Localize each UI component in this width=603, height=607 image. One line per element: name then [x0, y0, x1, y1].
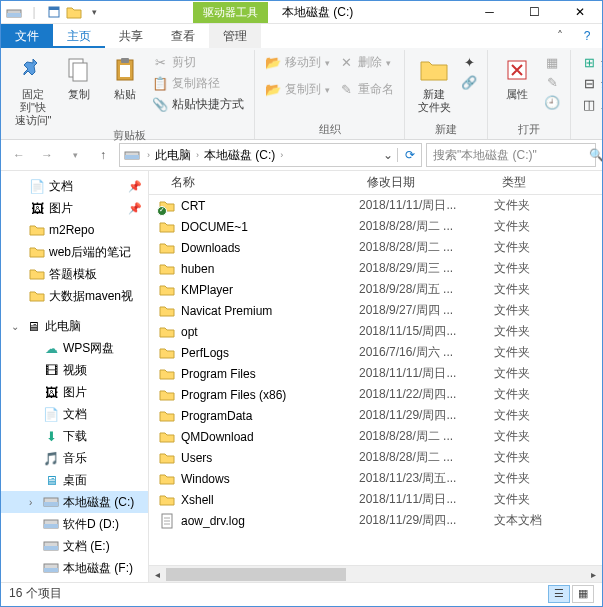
file-row[interactable]: CRT2018/11/11/周日...文件夹 [149, 195, 602, 216]
search-icon[interactable]: 🔍 [589, 148, 603, 162]
view-thumbnails-button[interactable]: ▦ [572, 585, 594, 603]
properties-button[interactable]: 属性 [494, 52, 540, 101]
tree-node-video[interactable]: 🎞视频 [1, 359, 148, 381]
scroll-thumb[interactable] [166, 568, 346, 581]
horizontal-scrollbar[interactable]: ◂ ▸ [149, 565, 602, 582]
rename-button[interactable]: ✎重命名 [338, 81, 394, 98]
tab-share[interactable]: 共享 [105, 24, 157, 48]
qat-folder-icon[interactable] [65, 3, 83, 21]
file-row[interactable]: Downloads2018/8/28/周二 ...文件夹 [149, 237, 602, 258]
help-icon[interactable]: ? [572, 24, 602, 48]
copy-button[interactable]: 复制 [56, 52, 102, 101]
refresh-button[interactable]: ⟳ [397, 148, 421, 162]
delete-button[interactable]: ✕删除 ▾ [338, 54, 394, 71]
cut-button[interactable]: ✂剪切 [152, 54, 244, 71]
invert-selection-button[interactable]: ◫反向选择 [581, 96, 603, 113]
copy-to-button[interactable]: 📂复制到 ▾ [265, 81, 330, 98]
search-input[interactable] [427, 148, 589, 162]
address-bar[interactable]: › 此电脑 › 本地磁盘 (C:) › ⌄ ⟳ [119, 143, 422, 167]
file-row[interactable]: Xshell2018/11/11/周日...文件夹 [149, 489, 602, 510]
tree-node-m2repo[interactable]: m2Repo [1, 219, 148, 241]
tree-node-downloads[interactable]: ⬇下载 [1, 425, 148, 447]
file-row[interactable]: ProgramData2018/11/29/周四...文件夹 [149, 405, 602, 426]
file-type: 文本文档 [494, 512, 564, 529]
select-none-button[interactable]: ⊟全部取消 [581, 75, 603, 92]
column-date[interactable]: 修改日期 [359, 174, 494, 191]
tree-node-wps[interactable]: ☁WPS网盘 [1, 337, 148, 359]
expand-icon[interactable]: › [29, 497, 39, 508]
easy-access-icon[interactable]: 🔗 [461, 74, 477, 90]
tree-node-drive-d[interactable]: 软件D (D:) [1, 513, 148, 535]
file-row[interactable]: DOCUME~12018/8/28/周二 ...文件夹 [149, 216, 602, 237]
tree-node-drive-f[interactable]: 本地磁盘 (F:) [1, 557, 148, 578]
new-item-icon[interactable]: ✦ [461, 54, 477, 70]
chevron-right-icon[interactable]: › [277, 150, 286, 160]
address-dropdown-icon[interactable]: ⌄ [379, 148, 397, 162]
tree-node-this-pc[interactable]: ⌄🖥此电脑 [1, 315, 148, 337]
file-row[interactable]: Users2018/8/28/周二 ...文件夹 [149, 447, 602, 468]
tab-file[interactable]: 文件 [1, 24, 53, 48]
tree-node-web-notes[interactable]: web后端的笔记 [1, 241, 148, 263]
tree-node-bigdata[interactable]: 大数据maven视 [1, 285, 148, 307]
nav-up-button[interactable]: ↑ [91, 143, 115, 167]
file-list: 名称 修改日期 类型 CRT2018/11/11/周日...文件夹DOCUME~… [149, 171, 602, 582]
file-row[interactable]: aow_drv.log2018/11/29/周四...文本文档 [149, 510, 602, 531]
file-row[interactable]: Windows2018/11/23/周五...文件夹 [149, 468, 602, 489]
qat-dropdown-icon[interactable]: ▾ [85, 3, 103, 21]
chevron-right-icon[interactable]: › [144, 150, 153, 160]
file-row[interactable]: Program Files (x86)2018/11/22/周四...文件夹 [149, 384, 602, 405]
column-type[interactable]: 类型 [494, 174, 564, 191]
nav-forward-button[interactable]: → [35, 143, 59, 167]
scroll-left-icon[interactable]: ◂ [149, 566, 166, 582]
tree-node-documents-2[interactable]: 📄文档 [1, 403, 148, 425]
move-to-button[interactable]: 📂移动到 ▾ [265, 54, 330, 71]
paste-shortcut-button[interactable]: 📎粘贴快捷方式 [152, 96, 244, 113]
view-details-button[interactable]: ☰ [548, 585, 570, 603]
column-name[interactable]: 名称 [149, 174, 359, 191]
tree-node-desktop[interactable]: 🖥桌面 [1, 469, 148, 491]
file-row[interactable]: Navicat Premium2018/9/27/周四 ...文件夹 [149, 300, 602, 321]
tree-node-pictures-2[interactable]: 🖼图片 [1, 381, 148, 403]
navigation-tree[interactable]: 📄文档📌 🖼图片📌 m2Repo web后端的笔记 答题模板 大数据maven视… [1, 171, 149, 582]
tree-node-drive-c[interactable]: ›本地磁盘 (C:) [1, 491, 148, 513]
scroll-right-icon[interactable]: ▸ [585, 566, 602, 582]
chevron-right-icon[interactable]: › [193, 150, 202, 160]
maximize-button[interactable]: ☐ [512, 1, 557, 23]
edit-icon[interactable]: ✎ [544, 74, 560, 90]
nav-back-button[interactable]: ← [7, 143, 31, 167]
file-row[interactable]: Program Files2018/11/11/周日...文件夹 [149, 363, 602, 384]
tab-manage[interactable]: 管理 [209, 24, 261, 48]
context-tab-drive-tools[interactable]: 驱动器工具 [193, 2, 268, 23]
pin-quick-access-button[interactable]: 固定到"快 速访问" [10, 52, 56, 127]
tab-home[interactable]: 主页 [53, 24, 105, 48]
tree-node-answer-template[interactable]: 答题模板 [1, 263, 148, 285]
file-type: 文件夹 [494, 260, 564, 277]
tree-node-drive-e[interactable]: 文档 (E:) [1, 535, 148, 557]
new-folder-button[interactable]: 新建 文件夹 [411, 52, 457, 114]
select-all-button[interactable]: ⊞全部选择 [581, 54, 603, 71]
file-row[interactable]: QMDownload2018/8/28/周二 ...文件夹 [149, 426, 602, 447]
file-row[interactable]: opt2018/11/15/周四...文件夹 [149, 321, 602, 342]
copy-path-button[interactable]: 📋复制路径 [152, 75, 244, 92]
tree-node-music[interactable]: 🎵音乐 [1, 447, 148, 469]
file-row[interactable]: KMPlayer2018/9/28/周五 ...文件夹 [149, 279, 602, 300]
picture-icon: 🖼 [29, 200, 45, 216]
tab-view[interactable]: 查看 [157, 24, 209, 48]
file-row[interactable]: huben2018/8/29/周三 ...文件夹 [149, 258, 602, 279]
nav-recent-dropdown[interactable]: ▾ [63, 143, 87, 167]
collapse-icon[interactable]: ⌄ [11, 321, 21, 332]
collapse-ribbon-icon[interactable]: ˄ [548, 24, 572, 48]
file-row[interactable]: PerfLogs2016/7/16/周六 ...文件夹 [149, 342, 602, 363]
close-button[interactable]: ✕ [557, 1, 602, 23]
open-icon[interactable]: ▦ [544, 54, 560, 70]
tree-node-pictures[interactable]: 🖼图片📌 [1, 197, 148, 219]
search-box[interactable]: 🔍 [426, 143, 596, 167]
crumb-drive-c[interactable]: 本地磁盘 (C:) [202, 147, 277, 164]
qat-props-icon[interactable] [45, 3, 63, 21]
minimize-button[interactable]: ─ [467, 1, 512, 23]
history-icon[interactable]: 🕘 [544, 94, 560, 110]
crumb-this-pc[interactable]: 此电脑 [153, 147, 193, 164]
tree-node-documents[interactable]: 📄文档📌 [1, 175, 148, 197]
paste-button[interactable]: 粘贴 [102, 52, 148, 101]
file-name: huben [181, 262, 214, 276]
